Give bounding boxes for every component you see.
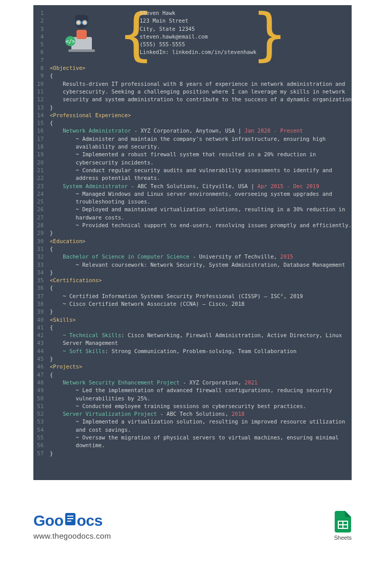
developer-avatar-icon: </> [61,11,102,52]
header-block: </> { } Steven Hawk 123 Main Street City… [50,9,352,57]
site-url: www.thegoodocs.com [33,531,111,540]
svg-rect-14 [67,518,73,519]
certs-tag: <Certifications> [50,277,102,283]
experience-tag: <Professional Experience> [50,112,131,118]
contact-name: Steven Hawk [140,9,257,17]
goodocs-logo: Gooocs [33,512,111,529]
code-editor: 1234567891011121314151617181920212223242… [33,5,352,480]
contact-email: steven.hawk@email.com [140,33,257,41]
code-content: </> { } Steven Hawk 123 Main Street City… [47,5,352,480]
contact-address1: 123 Main Street [140,17,257,25]
contact-info: Steven Hawk 123 Main Street City, State … [140,9,257,57]
objective-tag: <Objective> [50,65,86,71]
job2-title: System Administrator [63,183,127,189]
contact-linkedin: LinkedIn: linkedin.com/in/stevenhawk [140,48,257,56]
line-gutter: 1234567891011121314151617181920212223242… [33,5,47,480]
contact-phone: (555) 555-5555 [140,41,257,48]
job1-title: Network Administrator [63,127,131,134]
project2-title: Server Virtualization Project [63,411,157,417]
logo-block: Gooocs www.thegoodocs.com [33,512,111,540]
objective-text: Results-driven IT professional with 8 ye… [63,81,345,87]
google-sheets-icon [335,511,351,532]
projects-tag: <Projects> [50,363,82,370]
svg-rect-13 [67,516,73,517]
sheets-badge: Sheets [334,511,352,541]
svg-rect-8 [68,49,95,52]
skills-tag: <Skills> [50,317,76,323]
footer: Gooocs www.thegoodocs.com Sheets [0,480,385,541]
education-tag: <Education> [50,238,86,244]
document-icon [65,512,76,529]
job2-date: Apr 2015 - Dec 2019 [258,183,319,189]
svg-rect-1 [75,15,88,22]
degree: Bachelor of Science in Computer Science [63,253,189,260]
sheets-label: Sheets [334,535,352,541]
job1-date: Jan 2020 - Present [244,127,303,134]
svg-rect-9 [76,30,87,39]
document-preview: 1234567891011121314151617181920212223242… [0,0,385,480]
project1-title: Network Security Enhancement Project [63,379,180,385]
brace-right-icon: } [253,6,286,63]
contact-address2: City, State 12345 [140,25,257,33]
svg-text:</>: </> [66,39,75,44]
svg-rect-15 [67,521,71,522]
